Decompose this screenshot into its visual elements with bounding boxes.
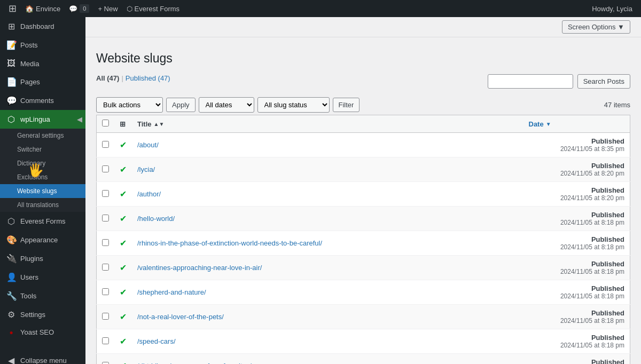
sidebar-item-wplingua[interactable]: ⬡ wpLingua ◀ [0, 110, 85, 129]
sidebar-item-general-settings[interactable]: General settings [0, 129, 85, 143]
filter-button[interactable]: Filter [333, 98, 360, 112]
tablenav-top: Bulk actions Apply All dates All slug st… [96, 97, 630, 113]
row-checkbox[interactable] [102, 337, 109, 344]
row-checkbox-cell [97, 182, 115, 207]
search-posts-button[interactable]: Search Posts [577, 74, 630, 89]
adminbar-wp-logo[interactable]: ⊞ [4, 0, 21, 17]
all-slug-status-select[interactable]: All slug status [257, 97, 330, 113]
row-checkbox[interactable] [102, 362, 109, 365]
published-icon: ✔ [120, 239, 127, 248]
sidebar-item-pages[interactable]: 📄 Pages [0, 73, 85, 91]
row-date-cell: Published 2024/11/05 at 8:20 pm [523, 182, 630, 207]
slug-link[interactable]: /dirt-bike-always-one-of-my-favorites/ [137, 362, 252, 364]
table-row: ✔ /about/ Published 2024/11/05 at 8:35 p… [97, 133, 630, 157]
slugs-table: ⊞ Title ▲▼ Date ▼ [96, 115, 630, 364]
adminbar-comments[interactable]: 💬 0 [65, 0, 93, 17]
row-status-cell: ✔ [114, 329, 132, 354]
wplingua-collapse-icon: ◀ [77, 115, 82, 123]
date-value: 2024/11/05 at 8:35 pm [560, 145, 624, 153]
search-posts-input[interactable] [488, 74, 573, 89]
slug-link[interactable]: /about/ [137, 141, 159, 149]
row-checkbox[interactable] [102, 141, 109, 148]
row-checkbox-cell [97, 256, 115, 280]
slug-link[interactable]: /not-a-real-lover-of-the-pets/ [137, 313, 224, 321]
row-checkbox[interactable] [102, 190, 109, 197]
filter-tab-all[interactable]: All (47) | [96, 74, 126, 82]
table-row: ✔ /rhinos-in-the-phase-of-extinction-wor… [97, 231, 630, 256]
date-value: 2024/11/05 at 8:20 pm [560, 194, 624, 202]
dashboard-icon: ⊞ [6, 21, 16, 31]
bulk-actions-select[interactable]: Bulk actions [96, 97, 163, 113]
adminbar-site-name[interactable]: 🏠 Envince [21, 0, 65, 17]
row-checkbox[interactable] [102, 165, 109, 172]
sidebar-item-comments[interactable]: 💬 Comments [0, 91, 85, 110]
apply-button[interactable]: Apply [166, 98, 196, 112]
sidebar-item-settings[interactable]: ⚙ Settings [0, 305, 85, 324]
all-dates-select[interactable]: All dates [199, 97, 254, 113]
date-status: Published [591, 137, 624, 145]
sidebar-item-plugins[interactable]: 🔌 Plugins [0, 249, 85, 268]
date-status: Published [591, 358, 624, 364]
filter-tab-published[interactable]: Published (47) [126, 74, 170, 82]
tools-icon: 🔧 [6, 291, 16, 301]
row-checkbox[interactable] [102, 313, 109, 320]
row-slug-cell: /hello-world/ [132, 207, 523, 231]
slug-link[interactable]: /shepherd-and-nature/ [137, 288, 206, 296]
sidebar-item-posts[interactable]: 📝 Posts [0, 36, 85, 54]
adminbar-everest-forms[interactable]: ⬡ Everest Forms [122, 0, 184, 17]
select-all-checkbox[interactable] [102, 120, 109, 126]
sidebar-item-everest-forms[interactable]: ⬡ Everest Forms [0, 212, 85, 231]
sidebar-item-media[interactable]: 🖼 Media [0, 54, 85, 73]
admin-menu: ⊞ Dashboard 📝 Posts 🖼 Media 📄 Pages 💬 Co… [0, 17, 85, 364]
row-checkbox-cell [97, 231, 115, 256]
sidebar-item-website-slugs[interactable]: Website slugs [0, 184, 85, 198]
row-date-cell: Published 2024/11/05 at 8:35 pm [523, 133, 630, 157]
home-icon: 🏠 [25, 5, 34, 13]
sidebar-item-dictionary[interactable]: Dictionary [0, 156, 85, 170]
table-body: ✔ /about/ Published 2024/11/05 at 8:35 p… [97, 133, 630, 365]
row-checkbox[interactable] [102, 288, 109, 295]
sidebar-item-appearance[interactable]: 🎨 Appearance [0, 231, 85, 249]
slug-link[interactable]: /speed-cars/ [137, 337, 176, 345]
adminbar-new[interactable]: + New [93, 0, 122, 17]
row-date-cell: Published 2024/11/05 at 8:18 pm [523, 231, 630, 256]
published-icon: ✔ [120, 337, 127, 346]
row-checkbox[interactable] [102, 215, 109, 221]
sidebar: ⊞ Dashboard 📝 Posts 🖼 Media 📄 Pages 💬 Co… [0, 17, 85, 364]
row-checkbox[interactable] [102, 264, 109, 271]
row-date-cell: Published 2024/11/05 at 8:18 pm [523, 256, 630, 280]
slug-link[interactable]: /valentines-approaching-near-love-in-air… [137, 264, 262, 272]
date-sort-link[interactable]: Date ▼ [529, 120, 625, 128]
sidebar-item-collapse-menu[interactable]: ◀ Collapse menu [0, 351, 85, 364]
row-slug-cell: /not-a-real-lover-of-the-pets/ [132, 305, 523, 329]
date-value: 2024/11/05 at 8:18 pm [560, 292, 624, 300]
title-sort-link[interactable]: Title ▲▼ [137, 120, 518, 128]
yoast-icon: ● [6, 329, 16, 336]
slug-link[interactable]: /author/ [137, 190, 161, 198]
date-status: Published [591, 211, 624, 219]
date-status: Published [591, 334, 624, 342]
slug-link[interactable]: /hello-world/ [137, 215, 175, 223]
sidebar-item-dashboard[interactable]: ⊞ Dashboard [0, 17, 85, 36]
adminbar-user[interactable]: Howdy, Lycia [588, 0, 637, 17]
filter-tab-published-link[interactable]: Published (47) [126, 74, 170, 82]
row-checkbox[interactable] [102, 239, 109, 246]
filter-tab-all-link[interactable]: All (47) [96, 74, 119, 82]
sidebar-item-yoast-seo[interactable]: ● Yoast SEO [0, 324, 85, 341]
row-date-cell: Published 2024/11/05 at 8:18 pm [523, 305, 630, 329]
sidebar-item-users[interactable]: 👤 Users [0, 268, 85, 287]
screen-options-button[interactable]: Screen Options ▼ [562, 20, 630, 34]
th-checkbox [97, 115, 115, 133]
sidebar-item-switcher[interactable]: Switcher [0, 143, 85, 156]
sidebar-item-tools[interactable]: 🔧 Tools [0, 287, 85, 305]
slug-link[interactable]: /rhinos-in-the-phase-of-extinction-world… [137, 239, 322, 247]
title-sort-arrow: ▲▼ [154, 121, 165, 127]
row-status-cell: ✔ [114, 207, 132, 231]
table-row: ✔ /hello-world/ Published 2024/11/05 at … [97, 207, 630, 231]
date-value: 2024/11/05 at 8:18 pm [560, 317, 624, 325]
row-date-cell: Published 2024/11/05 at 8:18 pm [523, 329, 630, 354]
slug-link[interactable]: /lycia/ [137, 165, 155, 173]
sidebar-item-exclusions[interactable]: Exclusions [0, 170, 85, 184]
everest-forms-icon: ⬡ [127, 5, 132, 13]
sidebar-item-all-translations[interactable]: All translations [0, 198, 85, 212]
